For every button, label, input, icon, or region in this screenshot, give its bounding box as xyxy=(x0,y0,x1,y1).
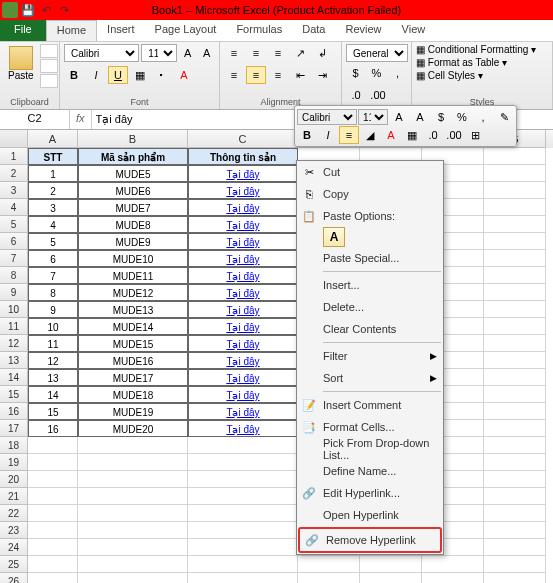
align-middle-icon[interactable]: ≡ xyxy=(246,44,266,62)
align-left-icon[interactable]: ≡ xyxy=(224,66,244,84)
row-header[interactable]: 11 xyxy=(0,318,28,335)
menu-delete[interactable]: Delete... xyxy=(297,296,443,318)
cell-stt[interactable]: 4 xyxy=(28,216,78,233)
mini-merge-icon[interactable]: ⊞ xyxy=(465,126,485,144)
tab-file[interactable]: File xyxy=(0,20,46,41)
cell-product-code[interactable]: MUDE20 xyxy=(78,420,188,437)
undo-icon[interactable]: ↶ xyxy=(38,2,54,18)
mini-grow-font-icon[interactable]: A xyxy=(389,108,409,126)
select-all-corner[interactable] xyxy=(0,130,28,148)
tab-insert[interactable]: Insert xyxy=(97,20,145,41)
conditional-formatting-button[interactable]: ▦ Conditional Formatting ▾ xyxy=(416,44,548,55)
cell-product-code[interactable]: MUDE14 xyxy=(78,318,188,335)
name-box[interactable]: C2 xyxy=(0,110,70,129)
cell-stt[interactable]: 6 xyxy=(28,250,78,267)
cell-stt[interactable]: 15 xyxy=(28,403,78,420)
cell-product-code[interactable]: MUDE16 xyxy=(78,352,188,369)
menu-clear-contents[interactable]: Clear Contents xyxy=(297,318,443,340)
cell-stt[interactable]: 10 xyxy=(28,318,78,335)
row-header[interactable]: 16 xyxy=(0,403,28,420)
fill-color-button[interactable]: 🞍 xyxy=(152,66,172,84)
cell-hyperlink[interactable]: Tại đây xyxy=(188,182,298,199)
cell-product-code[interactable]: MUDE13 xyxy=(78,301,188,318)
row-header[interactable]: 1 xyxy=(0,148,28,165)
row-header[interactable]: 5 xyxy=(0,216,28,233)
tab-home[interactable]: Home xyxy=(46,20,97,41)
row-header[interactable]: 19 xyxy=(0,454,28,471)
menu-open-hyperlink[interactable]: Open Hyperlink xyxy=(297,504,443,526)
row-header[interactable]: 22 xyxy=(0,505,28,522)
cell-stt[interactable]: 16 xyxy=(28,420,78,437)
tab-formulas[interactable]: Formulas xyxy=(226,20,292,41)
mini-bold-icon[interactable]: B xyxy=(297,126,317,144)
mini-border-icon[interactable]: ▦ xyxy=(402,126,422,144)
cell-hyperlink[interactable]: Tại đây xyxy=(188,352,298,369)
cell-stt[interactable]: 9 xyxy=(28,301,78,318)
menu-paste-special[interactable]: Paste Special... xyxy=(297,247,443,269)
font-name-select[interactable]: Calibri xyxy=(64,44,139,62)
menu-format-cells[interactable]: 📑Format Cells... xyxy=(297,416,443,438)
align-center-icon[interactable]: ≡ xyxy=(246,66,266,84)
fx-label[interactable]: fx xyxy=(70,110,92,129)
number-format-select[interactable]: General xyxy=(346,44,408,62)
row-header[interactable]: 18 xyxy=(0,437,28,454)
cell-product-code[interactable]: MUDE17 xyxy=(78,369,188,386)
menu-edit-hyperlink[interactable]: 🔗Edit Hyperlink... xyxy=(297,482,443,504)
mini-format-painter-icon[interactable]: ✎ xyxy=(494,108,514,126)
cell-product-code[interactable]: MUDE9 xyxy=(78,233,188,250)
menu-insert[interactable]: Insert... xyxy=(297,274,443,296)
cell-product-code[interactable]: MUDE6 xyxy=(78,182,188,199)
cell-hyperlink[interactable]: Tại đây xyxy=(188,386,298,403)
cell-stt[interactable]: 11 xyxy=(28,335,78,352)
align-top-icon[interactable]: ≡ xyxy=(224,44,244,62)
row-header[interactable]: 4 xyxy=(0,199,28,216)
mini-decimal-icon[interactable]: .0 xyxy=(423,126,443,144)
cut-button[interactable] xyxy=(40,44,58,58)
mini-currency-icon[interactable]: $ xyxy=(431,108,451,126)
row-header[interactable]: 25 xyxy=(0,556,28,573)
cell-product-code[interactable]: MUDE5 xyxy=(78,165,188,182)
menu-define-name[interactable]: Define Name... xyxy=(297,460,443,482)
orientation-icon[interactable]: ↗ xyxy=(290,44,310,62)
cell-hyperlink[interactable]: Tại đây xyxy=(188,318,298,335)
border-button[interactable]: ▦ xyxy=(130,66,150,84)
mini-italic-icon[interactable]: I xyxy=(318,126,338,144)
increase-indent-icon[interactable]: ⇥ xyxy=(312,66,332,84)
cell-hyperlink[interactable]: Tại đây xyxy=(188,420,298,437)
row-header[interactable]: 7 xyxy=(0,250,28,267)
col-header-A[interactable]: A xyxy=(28,130,78,148)
paste-button[interactable]: Paste xyxy=(4,44,38,97)
increase-decimal-icon[interactable]: .0 xyxy=(346,86,366,104)
cell-stt[interactable]: 8 xyxy=(28,284,78,301)
cell-stt[interactable]: 12 xyxy=(28,352,78,369)
paste-option-values[interactable]: A xyxy=(323,227,345,247)
row-header[interactable]: 6 xyxy=(0,233,28,250)
shrink-font-icon[interactable]: A xyxy=(198,44,215,62)
mini-font-color-icon[interactable]: A xyxy=(381,126,401,144)
cell-stt[interactable]: 1 xyxy=(28,165,78,182)
decrease-indent-icon[interactable]: ⇤ xyxy=(290,66,310,84)
align-right-icon[interactable]: ≡ xyxy=(268,66,288,84)
cell-product-code[interactable]: MUDE11 xyxy=(78,267,188,284)
excel-icon[interactable] xyxy=(2,2,18,18)
currency-icon[interactable]: $ xyxy=(346,64,365,82)
redo-icon[interactable]: ↷ xyxy=(56,2,72,18)
font-color-button[interactable]: A xyxy=(174,66,194,84)
cell-product-code[interactable]: MUDE19 xyxy=(78,403,188,420)
cell-stt[interactable]: 5 xyxy=(28,233,78,250)
mini-comma-icon[interactable]: , xyxy=(473,108,493,126)
menu-remove-hyperlink[interactable]: 🔗Remove Hyperlink xyxy=(300,529,440,551)
percent-icon[interactable]: % xyxy=(367,64,386,82)
bold-button[interactable]: B xyxy=(64,66,84,84)
menu-copy[interactable]: ⎘Copy xyxy=(297,183,443,205)
cell-product-code[interactable]: MUDE8 xyxy=(78,216,188,233)
col-header-B[interactable]: B xyxy=(78,130,188,148)
menu-filter[interactable]: Filter▶ xyxy=(297,345,443,367)
cell-stt[interactable]: 2 xyxy=(28,182,78,199)
row-header[interactable]: 26 xyxy=(0,573,28,583)
header-cell-info[interactable]: Thông tin sản xyxy=(188,148,298,165)
cell-hyperlink[interactable]: Tại đây xyxy=(188,369,298,386)
tab-review[interactable]: Review xyxy=(335,20,391,41)
font-size-select[interactable]: 11 xyxy=(141,44,177,62)
italic-button[interactable]: I xyxy=(86,66,106,84)
